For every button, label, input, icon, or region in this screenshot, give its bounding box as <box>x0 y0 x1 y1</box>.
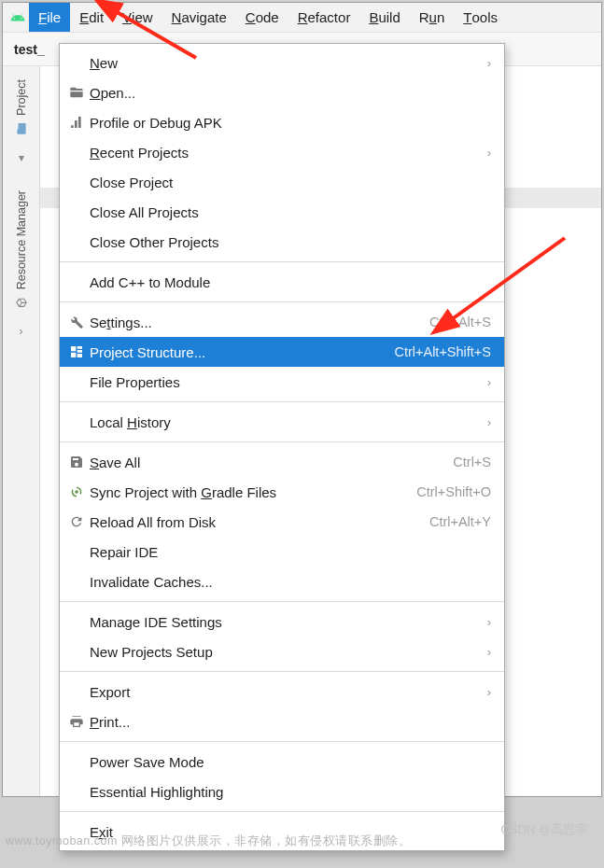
menu-item-close-all-projects[interactable]: Close All Projects <box>60 197 504 227</box>
menu-item-shortcut: Ctrl+S <box>442 455 491 469</box>
menu-item-file-properties[interactable]: File Properties› <box>60 367 504 397</box>
menu-item-shortcut: Ctrl+Alt+S <box>418 315 491 329</box>
folder-icon <box>14 121 29 136</box>
menu-item-label: Open... <box>90 85 491 101</box>
chevron-right-icon: › <box>487 415 491 429</box>
chevron-right-icon[interactable]: › <box>20 319 23 343</box>
menu-item-label: New <box>90 55 487 71</box>
tool-window-bar-left: Project ▾ Resource Manager › <box>3 66 40 796</box>
menu-item-label: Reload All from Disk <box>90 514 418 530</box>
menu-item-label: Add C++ to Module <box>90 274 491 290</box>
menu-item-label: Power Save Mode <box>90 754 491 770</box>
menu-item-export[interactable]: Export› <box>60 677 504 707</box>
tool-tab-project[interactable]: Project <box>12 72 31 144</box>
menu-item-label: Export <box>90 684 487 700</box>
menu-item-shortcut: Ctrl+Alt+Shift+S <box>383 344 491 359</box>
ide-window: FileEditViewNavigateCodeRefactorBuildRun… <box>2 2 602 797</box>
menu-separator <box>60 811 504 812</box>
menu-view[interactable]: View <box>113 3 162 32</box>
chevron-down-icon[interactable]: ▾ <box>19 146 24 170</box>
menu-item-label: New Projects Setup <box>90 644 487 660</box>
menu-separator <box>60 671 504 672</box>
tool-tab-label: Resource Manager <box>15 190 28 289</box>
menu-item-label: Recent Projects <box>90 145 487 161</box>
menu-item-shortcut: Ctrl+Shift+O <box>405 484 491 499</box>
menu-item-project-structure[interactable]: Project Structure...Ctrl+Alt+Shift+S <box>60 337 504 367</box>
menu-separator <box>60 401 504 402</box>
menu-item-manage-ide-settings[interactable]: Manage IDE Settings› <box>60 607 504 637</box>
chevron-right-icon: › <box>487 56 491 70</box>
menu-item-label: Close Other Projects <box>90 234 491 250</box>
menu-item-label: Manage IDE Settings <box>90 614 487 630</box>
project-structure-icon <box>69 344 90 359</box>
chevron-right-icon: › <box>487 615 491 629</box>
menu-code[interactable]: Code <box>236 3 288 32</box>
menu-item-print[interactable]: Print... <box>60 707 504 736</box>
menu-item-invalidate-caches[interactable]: Invalidate Caches... <box>60 567 504 596</box>
menu-file[interactable]: File <box>29 3 70 32</box>
print-icon <box>69 714 90 729</box>
resource-manager-icon <box>14 295 29 310</box>
menu-item-open[interactable]: Open... <box>60 77 504 107</box>
menu-item-label: File Properties <box>90 374 487 390</box>
file-menu-dropdown: New›Open...Profile or Debug APKRecent Pr… <box>59 43 505 851</box>
menu-item-repair-ide[interactable]: Repair IDE <box>60 537 504 567</box>
watermark-left: www.toymoban.com 网络图片仅供展示，非存储，如有侵权请联系删除。 <box>6 833 411 849</box>
tool-tab-label: Project <box>15 79 28 116</box>
menu-edit[interactable]: Edit <box>70 3 113 32</box>
menu-item-new-projects-setup[interactable]: New Projects Setup› <box>60 637 504 666</box>
menu-item-essential-highlighting[interactable]: Essential Highlighting <box>60 777 504 806</box>
menu-separator <box>60 261 504 262</box>
menu-item-close-other-projects[interactable]: Close Other Projects <box>60 227 504 257</box>
menu-item-recent-projects[interactable]: Recent Projects› <box>60 137 504 167</box>
android-logo-icon <box>7 3 29 32</box>
menu-item-label: Print... <box>90 714 491 730</box>
menu-item-profile-or-debug-apk[interactable]: Profile or Debug APK <box>60 107 504 137</box>
reload-icon <box>69 514 90 529</box>
menu-item-new[interactable]: New› <box>60 48 504 77</box>
menu-item-settings[interactable]: Settings...Ctrl+Alt+S <box>60 307 504 337</box>
menu-item-add-c-to-module[interactable]: Add C++ to Module <box>60 267 504 297</box>
menu-tools[interactable]: Tools <box>454 3 507 32</box>
menu-item-label: Sync Project with Gradle Files <box>90 484 405 500</box>
menu-item-label: Project Structure... <box>90 344 383 360</box>
save-icon <box>69 455 90 469</box>
chevron-right-icon: › <box>487 146 491 160</box>
breadcrumb: test_ <box>14 42 45 57</box>
menu-separator <box>60 741 504 742</box>
menu-item-label: Invalidate Caches... <box>90 574 491 590</box>
menu-separator <box>60 441 504 442</box>
menu-item-label: Essential Highlighting <box>90 784 491 800</box>
menu-separator <box>60 601 504 602</box>
chevron-right-icon: › <box>487 645 491 659</box>
menu-refactor[interactable]: Refactor <box>288 3 360 32</box>
menu-item-close-project[interactable]: Close Project <box>60 167 504 197</box>
menu-item-reload-all-from-disk[interactable]: Reload All from DiskCtrl+Alt+Y <box>60 507 504 537</box>
menu-item-local-history[interactable]: Local History› <box>60 407 504 437</box>
tool-tab-resource-manager[interactable]: Resource Manager <box>12 183 31 317</box>
menu-navigate[interactable]: Navigate <box>162 3 236 32</box>
menu-run[interactable]: Run <box>410 3 455 32</box>
menu-item-label: Save All <box>90 455 442 470</box>
menu-item-save-all[interactable]: Save AllCtrl+S <box>60 447 504 477</box>
watermark-right: CSDN @高思宇 <box>500 821 587 838</box>
chevron-right-icon: › <box>487 685 491 699</box>
menu-build[interactable]: Build <box>359 3 409 32</box>
menu-item-power-save-mode[interactable]: Power Save Mode <box>60 747 504 777</box>
menu-separator <box>60 301 504 302</box>
menu-item-label: Local History <box>90 414 487 430</box>
sync-gradle-icon <box>69 484 90 499</box>
folder-open-icon <box>69 85 90 100</box>
menu-item-shortcut: Ctrl+Alt+Y <box>418 514 491 529</box>
menubar: FileEditViewNavigateCodeRefactorBuildRun… <box>3 3 601 33</box>
menu-item-label: Repair IDE <box>90 544 491 560</box>
chevron-right-icon: › <box>487 375 491 389</box>
menu-item-label: Settings... <box>90 315 418 330</box>
menu-item-label: Close All Projects <box>90 204 491 220</box>
menu-item-label: Profile or Debug APK <box>90 115 491 131</box>
wrench-icon <box>69 315 90 329</box>
menu-item-sync-project-with-gradle-files[interactable]: Sync Project with Gradle FilesCtrl+Shift… <box>60 477 504 507</box>
profile-icon <box>69 115 90 130</box>
svg-point-0 <box>75 490 77 493</box>
menu-item-label: Close Project <box>90 175 491 190</box>
